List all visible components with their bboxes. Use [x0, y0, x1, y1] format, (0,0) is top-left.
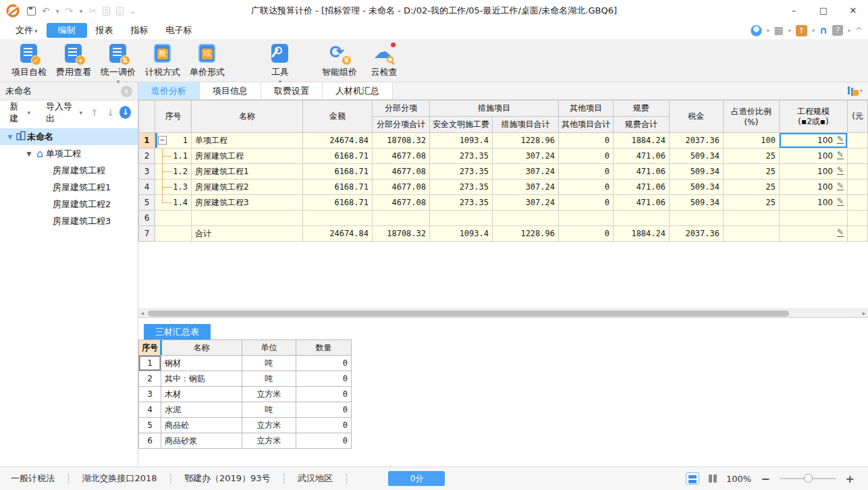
- value-cell[interactable]: [670, 211, 724, 226]
- tree-item[interactable]: 房屋建筑工程3: [0, 213, 138, 229]
- customize-toolbar-icon[interactable]: ⌄: [130, 7, 135, 15]
- redo-icon[interactable]: ↷: [65, 5, 74, 16]
- value-cell[interactable]: 1228.96: [493, 133, 559, 148]
- tree-item[interactable]: 房屋建筑工程: [0, 162, 138, 179]
- expand-all-icon[interactable]: ↓: [119, 106, 131, 119]
- menu-report[interactable]: 报表: [87, 23, 122, 38]
- material-qty-cell[interactable]: 0: [296, 433, 352, 449]
- import-export-button[interactable]: 导入导出▾: [43, 101, 85, 125]
- name-cell[interactable]: 合计: [192, 226, 303, 242]
- value-cell[interactable]: 509.34: [670, 164, 724, 180]
- material-name-cell[interactable]: 商品砼: [161, 418, 242, 433]
- material-qty-cell[interactable]: 0: [296, 402, 352, 418]
- scale-cell[interactable]: 100✎: [780, 148, 848, 164]
- material-name-cell[interactable]: 钢材: [161, 356, 242, 371]
- scroll-left-icon[interactable]: ◂: [138, 309, 146, 317]
- material-unit-cell[interactable]: 吨: [242, 371, 296, 387]
- scale-cell[interactable]: 100✎: [780, 195, 848, 211]
- vertical-split-icon[interactable]: [706, 472, 720, 485]
- material-qty-cell[interactable]: 0: [296, 418, 352, 433]
- collapse-panel-icon[interactable]: ∧: [121, 86, 132, 97]
- chevron-down-icon[interactable]: ▾: [788, 28, 791, 34]
- seq-cell[interactable]: 1.4: [155, 195, 192, 211]
- value-cell[interactable]: 273.35: [430, 180, 493, 195]
- collapse-ribbon-icon[interactable]: ^: [855, 26, 863, 36]
- horizontal-split-icon[interactable]: [686, 472, 699, 485]
- name-cell[interactable]: 房屋建筑工程: [192, 148, 303, 164]
- value-cell[interactable]: [373, 211, 430, 226]
- partial-cell[interactable]: [848, 226, 868, 242]
- value-cell[interactable]: 24674.84: [303, 133, 373, 148]
- edit-pencil-icon[interactable]: ✎: [837, 167, 844, 175]
- column-settings-button[interactable]: ▾: [848, 86, 863, 95]
- partial-cell[interactable]: [848, 180, 868, 195]
- menu-index[interactable]: 指标: [122, 23, 157, 38]
- value-cell[interactable]: 273.35: [430, 164, 493, 180]
- value-cell[interactable]: 4677.08: [373, 164, 430, 180]
- chevron-down-icon[interactable]: ▾: [117, 78, 120, 85]
- copy-icon[interactable]: [103, 7, 110, 16]
- edit-pencil-icon[interactable]: ✎: [837, 198, 844, 206]
- scale-cell[interactable]: [780, 211, 848, 226]
- scrollbar-thumb[interactable]: [148, 310, 789, 317]
- row-number-cell[interactable]: 6: [139, 211, 155, 226]
- row-number-cell[interactable]: 1: [139, 133, 155, 148]
- value-cell[interactable]: 4677.08: [373, 180, 430, 195]
- material-seq-cell[interactable]: 3: [139, 387, 161, 402]
- collapse-node-icon[interactable]: −: [158, 136, 167, 145]
- partial-cell[interactable]: [848, 195, 868, 211]
- undo-icon[interactable]: ↶: [42, 5, 50, 16]
- value-cell[interactable]: 24674.84: [303, 226, 373, 242]
- tax-method-button[interactable]: 般 计税方式: [140, 43, 185, 78]
- material-qty-cell[interactable]: 0: [296, 387, 352, 402]
- value-cell[interactable]: [724, 226, 780, 242]
- upload-icon[interactable]: ↑: [796, 25, 807, 36]
- value-cell[interactable]: 25: [724, 164, 780, 180]
- tools-button[interactable]: 工具 ▾: [258, 43, 302, 78]
- value-cell[interactable]: 471.06: [614, 164, 670, 180]
- value-cell[interactable]: 0: [559, 180, 614, 195]
- unit-price-form-button[interactable]: 综 单价形式: [185, 43, 229, 78]
- value-cell[interactable]: 1093.4: [430, 133, 493, 148]
- move-down-icon[interactable]: ↓: [104, 107, 117, 118]
- value-cell[interactable]: 0: [559, 148, 614, 164]
- value-cell[interactable]: 307.24: [493, 164, 559, 180]
- value-cell[interactable]: 509.34: [670, 180, 724, 195]
- scroll-right-icon[interactable]: ▸: [860, 309, 868, 317]
- value-cell[interactable]: 509.34: [670, 195, 724, 211]
- apps-grid-icon[interactable]: ▦: [774, 26, 784, 36]
- seq-cell[interactable]: 1.1: [155, 148, 192, 164]
- tree-item[interactable]: ▼⌂单项工程: [0, 145, 138, 162]
- material-unit-cell[interactable]: 立方米: [242, 433, 296, 449]
- headset-support-icon[interactable]: ∩: [819, 24, 828, 36]
- value-cell[interactable]: 0: [559, 164, 614, 180]
- score-button[interactable]: 0分: [388, 471, 445, 486]
- value-cell[interactable]: 100: [724, 133, 780, 148]
- minimize-button[interactable]: –: [779, 1, 809, 21]
- value-cell[interactable]: 1093.4: [430, 226, 493, 242]
- name-cell[interactable]: 单项工程: [192, 133, 303, 148]
- row-number-cell[interactable]: 3: [139, 164, 155, 180]
- value-cell[interactable]: 1228.96: [493, 226, 559, 242]
- material-seq-cell[interactable]: 4: [139, 402, 161, 418]
- maximize-button[interactable]: □: [809, 1, 838, 21]
- value-cell[interactable]: [430, 211, 493, 226]
- value-cell[interactable]: 2037.36: [670, 226, 724, 242]
- value-cell[interactable]: 471.06: [614, 195, 670, 211]
- paste-icon[interactable]: [116, 7, 124, 16]
- edit-pencil-icon[interactable]: ✎: [837, 151, 844, 159]
- value-cell[interactable]: 509.34: [670, 148, 724, 164]
- smart-pricing-button[interactable]: ⟳¥ 智能组价: [317, 43, 362, 78]
- material-unit-cell[interactable]: 立方米: [242, 418, 296, 433]
- seq-cell[interactable]: 1.3: [155, 180, 192, 195]
- redo-dropdown-icon[interactable]: ▾: [80, 7, 83, 15]
- value-cell[interactable]: 273.35: [430, 148, 493, 164]
- material-seq-cell[interactable]: 1: [139, 356, 161, 371]
- save-icon[interactable]: [27, 7, 36, 16]
- value-cell[interactable]: 18708.32: [373, 133, 430, 148]
- self-check-button[interactable]: ✓ 项目自检: [7, 43, 51, 78]
- help-icon[interactable]: ?: [832, 25, 843, 36]
- value-cell[interactable]: 0: [559, 226, 614, 242]
- edit-pencil-icon[interactable]: ✎: [837, 229, 844, 237]
- value-cell[interactable]: 1884.24: [614, 133, 670, 148]
